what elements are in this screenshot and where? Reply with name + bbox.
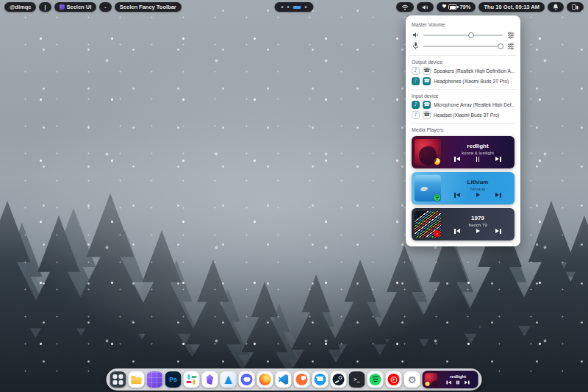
clock[interactable]: Thu 10 Oct, 09:13 AM — [478, 2, 545, 12]
separator-pill: | — [39, 2, 51, 12]
settings-icon[interactable]: ⚙ — [404, 371, 420, 388]
next-button[interactable] — [495, 157, 501, 161]
telegram-icon[interactable] — [220, 371, 237, 388]
seelen-logo-icon — [60, 4, 65, 10]
comm-role-icon[interactable]: ☎ — [423, 67, 431, 75]
workspace-dot[interactable] — [305, 6, 307, 8]
seelen-ui-app-icon[interactable] — [147, 371, 163, 388]
comm-role-icon[interactable]: ☎ — [423, 77, 431, 85]
bell-icon — [553, 4, 559, 10]
divider — [410, 123, 516, 124]
album-art — [415, 175, 441, 202]
track-title: redlight — [444, 143, 512, 149]
media-players-label: Media Players — [412, 127, 514, 132]
music-role-icon[interactable]: ♪ — [412, 111, 420, 119]
next-button[interactable] — [495, 229, 501, 233]
mic-slider-thumb[interactable] — [498, 43, 503, 49]
toolbar-center — [275, 2, 314, 12]
track-artist: konza & lostlight — [444, 151, 512, 155]
device-name: Headset (Xiaomi Buds 3T Pro) — [434, 113, 514, 118]
input-device-row[interactable]: ♪ ☎ Microphone Array (Realtek High Def..… — [412, 101, 514, 109]
notifications-button[interactable] — [548, 2, 564, 12]
workspace-dot[interactable] — [282, 6, 284, 8]
app-launcher-icon[interactable] — [110, 371, 126, 388]
quick-settings-button[interactable] — [567, 2, 584, 12]
comm-role-icon[interactable]: ☎ — [423, 111, 431, 119]
seelen-ui-label: Seelen UI — [67, 4, 92, 10]
user-handle-label: @dimqc — [10, 4, 31, 10]
device-name: Speakers (Realtek High Definition A... — [434, 68, 514, 74]
next-button[interactable] — [495, 193, 501, 197]
divider — [410, 89, 516, 90]
device-name: Headphones (Xiaomi Buds 3T Pro) — [434, 79, 514, 84]
mixer-icon[interactable] — [506, 32, 514, 39]
previous-button[interactable] — [446, 380, 451, 384]
play-pause-button[interactable] — [456, 380, 459, 384]
play-pause-button[interactable] — [476, 157, 480, 161]
fancy-toolbar-pill[interactable]: Seelen Fancy Toolbar — [115, 2, 182, 12]
youtube-music-icon[interactable] — [386, 371, 402, 388]
album-art — [415, 211, 441, 238]
speaker-volume-row — [412, 29, 514, 40]
output-device-row[interactable]: ♪ ☎ Headphones (Xiaomi Buds 3T Pro) — [412, 77, 514, 85]
output-device-label: Output device — [412, 60, 514, 65]
vscode-icon[interactable] — [276, 371, 292, 388]
volume-button[interactable] — [417, 2, 434, 12]
postman-icon[interactable] — [294, 371, 310, 388]
seelen-ui-pill[interactable]: Seelen UI — [54, 2, 97, 12]
photoshop-icon[interactable]: Ps — [165, 371, 182, 388]
volume-flyout: Master Volume Output device — [406, 15, 520, 246]
user-handle-pill[interactable]: @dimqc — [4, 2, 36, 12]
firefox-badge-icon — [426, 382, 430, 386]
workspaces-indicator[interactable] — [275, 2, 314, 12]
slack-icon[interactable] — [184, 371, 200, 388]
comm-role-icon[interactable]: ☎ — [423, 101, 431, 109]
firefox-icon[interactable] — [257, 371, 273, 388]
music-role-icon[interactable]: ♪ — [412, 77, 420, 85]
previous-button[interactable] — [454, 229, 460, 233]
toolbar-left: @dimqc | Seelen UI - Seelen Fancy Toolba… — [4, 2, 182, 12]
media-player-card: redlight konza & lostlight — [412, 136, 514, 168]
play-pause-button[interactable] — [476, 193, 480, 197]
workspace-active-indicator[interactable] — [293, 6, 301, 9]
terminal-icon[interactable]: >_ — [349, 371, 365, 388]
mic-volume-slider[interactable] — [423, 46, 503, 47]
battery-icon — [448, 4, 457, 10]
play-pause-button[interactable] — [476, 229, 480, 233]
input-device-row[interactable]: ♪ ☎ Headset (Xiaomi Buds 3T Pro) — [412, 111, 514, 119]
wifi-icon — [401, 4, 409, 10]
music-role-icon[interactable]: ♪ — [412, 67, 420, 75]
music-role-icon[interactable]: ♪ — [412, 101, 420, 109]
dock-media-widget[interactable]: redlight — [423, 371, 478, 388]
speaker-slider-thumb[interactable] — [468, 32, 474, 38]
master-volume-label: Master Volume — [412, 22, 514, 27]
next-button[interactable] — [465, 380, 470, 384]
microphone-icon[interactable] — [412, 42, 420, 50]
youtube-music-badge-icon — [434, 230, 440, 237]
previous-button[interactable] — [454, 157, 460, 161]
toolbar-right: ♥ 79% Thu 10 Oct, 09:13 AM — [396, 2, 584, 12]
spotify-icon[interactable] — [368, 371, 384, 388]
output-device-row[interactable]: ♪ ☎ Speakers (Realtek High Definition A.… — [412, 67, 514, 75]
datetime-label: Thu 10 Oct, 09:13 AM — [484, 4, 539, 10]
battery-status[interactable]: ♥ 79% — [437, 2, 476, 12]
docker-icon[interactable] — [312, 371, 329, 388]
speaker-volume-slider[interactable] — [423, 35, 503, 36]
mixer-icon[interactable] — [506, 43, 514, 50]
album-art — [415, 139, 441, 165]
input-device-label: Input device — [412, 93, 514, 99]
heart-icon: ♥ — [442, 4, 446, 10]
steam-icon[interactable] — [331, 371, 347, 388]
firefox-badge-icon — [434, 158, 440, 165]
previous-button[interactable] — [454, 193, 460, 197]
obsidian-icon[interactable] — [202, 371, 218, 388]
discord-icon[interactable] — [239, 371, 255, 388]
dash-pill: - — [99, 2, 112, 12]
speaker-low-icon[interactable] — [412, 32, 420, 38]
workspace-dot[interactable] — [287, 6, 290, 8]
file-explorer-icon[interactable] — [129, 371, 145, 388]
mic-volume-row — [412, 40, 514, 51]
wifi-button[interactable] — [396, 2, 414, 12]
spotify-badge-icon — [434, 194, 440, 201]
dock: Ps >_ ⚙ redlight — [107, 368, 482, 391]
